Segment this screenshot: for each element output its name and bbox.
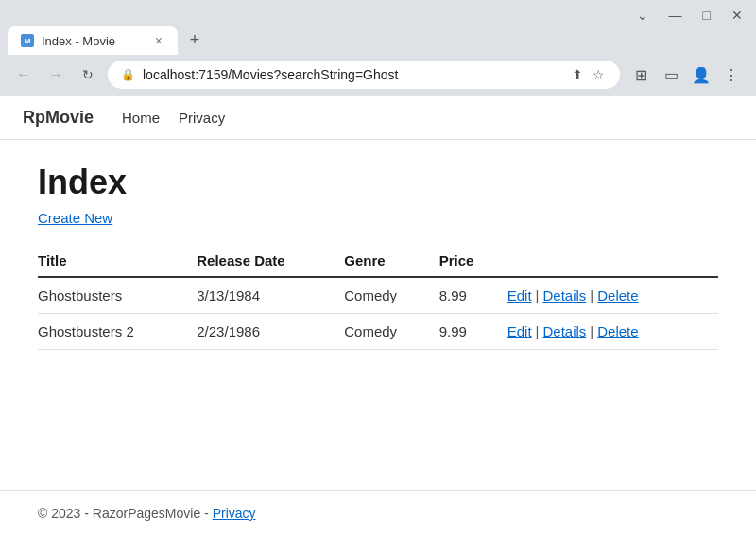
forward-button[interactable]: → (43, 62, 68, 87)
col-title: Title (38, 245, 197, 277)
table-row: Ghostbusters 2 2/23/1986 Comedy 9.99 Edi… (38, 314, 718, 350)
table-body: Ghostbusters 3/13/1984 Comedy 8.99 Edit … (38, 277, 718, 350)
col-actions (507, 245, 718, 277)
browser-toolbar: ⊞ ▭ 👤 ⋮ (627, 61, 745, 88)
movie-release-1: 3/13/1984 (197, 277, 344, 314)
col-genre: Genre (344, 245, 438, 277)
main-content: Index Create New Title Release Date Genr… (0, 140, 756, 372)
movie-genre-2: Comedy (344, 314, 438, 350)
separator-3: | (536, 323, 540, 339)
address-text: localhost:7159/Movies?searchString=Ghost (143, 67, 562, 82)
maximize-button[interactable]: □ (697, 6, 716, 25)
star-icon[interactable]: ☆ (591, 65, 607, 84)
separator-1: | (536, 287, 540, 303)
table-row: Ghostbusters 3/13/1984 Comedy 8.99 Edit … (38, 277, 718, 314)
col-release-date: Release Date (197, 245, 344, 277)
page-content: RpMovie Home Privacy Index Create New Ti… (0, 96, 756, 527)
separator-4: | (590, 323, 593, 339)
separator-2: | (590, 287, 593, 303)
tab-title: Index - Movie (42, 34, 146, 48)
address-icons: ⬆ ☆ (570, 65, 607, 84)
movie-title-2: Ghostbusters 2 (38, 314, 197, 350)
refresh-button[interactable]: ↻ (76, 62, 100, 87)
movie-release-2: 2/23/1986 (197, 314, 344, 350)
create-new-link[interactable]: Create New (38, 210, 112, 226)
site-footer: © 2023 - RazorPagesMovie - Privacy (0, 490, 756, 527)
extensions-icon[interactable]: ⊞ (627, 61, 654, 88)
minimize-button[interactable]: — (663, 6, 688, 25)
movie-title-1: Ghostbusters (38, 277, 197, 314)
layout-icon[interactable]: ▭ (658, 61, 684, 88)
table-header: Title Release Date Genre Price (38, 245, 718, 277)
active-tab[interactable]: M Index - Movie × (8, 26, 178, 55)
profile-icon[interactable]: 👤 (688, 61, 714, 88)
footer-privacy-link[interactable]: Privacy (213, 506, 256, 521)
new-tab-button[interactable]: + (181, 26, 208, 53)
site-brand: RpMovie (23, 108, 94, 128)
page-title: Index (38, 163, 718, 202)
col-price: Price (439, 245, 507, 277)
edit-link-1[interactable]: Edit (507, 287, 532, 303)
nav-privacy-link[interactable]: Privacy (179, 110, 225, 126)
title-bar-controls: ⌄ — □ ✕ (631, 6, 748, 25)
movie-price-1: 8.99 (439, 277, 507, 314)
back-button[interactable]: ← (11, 62, 36, 87)
nav-home-link[interactable]: Home (122, 110, 160, 126)
share-icon[interactable]: ⬆ (570, 65, 585, 84)
delete-link-2[interactable]: Delete (597, 323, 638, 339)
browser-chrome: ⌄ — □ ✕ M Index - Movie × + ← → ↻ 🔒 loca… (0, 0, 756, 96)
details-link-1[interactable]: Details (542, 287, 586, 303)
movie-genre-1: Comedy (344, 277, 438, 314)
footer-copyright: © 2023 - RazorPagesMovie - (38, 506, 209, 521)
site-nav: RpMovie Home Privacy (0, 96, 756, 140)
movie-price-2: 9.99 (439, 314, 507, 350)
tab-close-button[interactable]: × (153, 33, 164, 48)
menu-icon[interactable]: ⋮ (718, 61, 745, 88)
title-bar: ⌄ — □ ✕ (0, 0, 756, 25)
movie-actions-2: Edit | Details | Delete (507, 314, 718, 350)
movies-table: Title Release Date Genre Price Ghostbust… (38, 245, 718, 350)
close-button[interactable]: ✕ (726, 6, 748, 25)
address-bar-row: ← → ↻ 🔒 localhost:7159/Movies?searchStri… (0, 55, 756, 96)
edit-link-2[interactable]: Edit (507, 323, 532, 339)
chevron-down-icon[interactable]: ⌄ (631, 6, 654, 25)
lock-icon: 🔒 (121, 68, 135, 81)
tab-bar: M Index - Movie × + (0, 26, 756, 55)
tab-favicon: M (21, 34, 34, 47)
details-link-2[interactable]: Details (542, 323, 586, 339)
movie-actions-1: Edit | Details | Delete (507, 277, 718, 314)
address-bar[interactable]: 🔒 localhost:7159/Movies?searchString=Gho… (108, 61, 620, 89)
delete-link-1[interactable]: Delete (597, 287, 638, 303)
